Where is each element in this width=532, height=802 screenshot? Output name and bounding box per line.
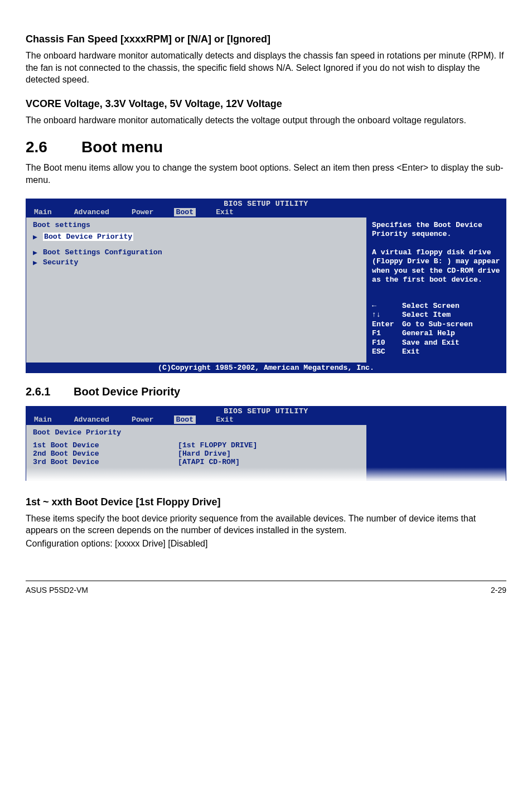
bios1-heading: Boot settings [33, 221, 360, 229]
bios2-dev0-label: 1st Boot Device [33, 441, 178, 450]
subsection-text: Boot Device Priority [74, 385, 180, 398]
bios2-row-3rd[interactable]: 3rd Boot Device [ATAPI CD-ROM] [33, 458, 360, 466]
page-footer: ASUS P5SD2-VM 2-29 [26, 581, 506, 595]
bios1-help1: Specifies the Boot Device Priority seque… [372, 221, 500, 239]
bios2-right-panel [366, 425, 506, 481]
bios1-help2: A virtual floppy disk drive (Floppy Driv… [372, 248, 500, 285]
nav-key-left: ← [372, 302, 402, 311]
bios2-tab-advanced[interactable]: Advanced [72, 416, 112, 424]
bios2-row-2nd[interactable]: 2nd Boot Device [Hard Drive] [33, 450, 360, 458]
bios1-tab-main[interactable]: Main [32, 208, 54, 216]
bios1-tab-boot[interactable]: Boot [174, 208, 196, 216]
nav-key-f10: F10 [372, 339, 402, 348]
vcore-body: The onboard hardware monitor automatical… [26, 114, 506, 127]
bios2-heading: Boot Device Priority [33, 428, 360, 437]
bios1-title: BIOS SETUP UTILITY [26, 199, 506, 208]
nav-label-subscreen: Go to Sub-screen [402, 320, 473, 330]
firstxxth-body2: Configuration options: [xxxxx Drive] [Di… [26, 538, 506, 550]
bios1-item2-label: Security [43, 258, 78, 267]
nav-label-select-screen: Select Screen [402, 302, 460, 311]
bios1-tab-advanced[interactable]: Advanced [72, 208, 112, 216]
bios1-tab-exit[interactable]: Exit [214, 208, 236, 216]
nav-label-select-item: Select Item [402, 311, 451, 320]
arrow-icon: ▶ [33, 258, 43, 267]
bios-setup-box-2: BIOS SETUP UTILITY Main Advanced Power B… [26, 406, 506, 481]
bios1-menubar: Main Advanced Power Boot Exit [26, 208, 506, 218]
boot-menu-body: The Boot menu items allow you to change … [26, 162, 506, 186]
bios1-item1-label: Boot Settings Configuration [43, 248, 162, 257]
bios1-right-panel: Specifies the Boot Device Priority seque… [366, 218, 506, 363]
bios-setup-box-1: BIOS SETUP UTILITY Main Advanced Power B… [26, 199, 506, 373]
bios1-item-boot-priority[interactable]: ▶ Boot Device Priority [33, 233, 360, 241]
nav-label-exit: Exit [402, 347, 420, 357]
bios2-dev1-label: 2nd Boot Device [33, 450, 178, 458]
nav-key-f1: F1 [372, 329, 402, 339]
bios1-item-security[interactable]: ▶ Security [33, 258, 360, 267]
nav-key-enter: Enter [372, 320, 402, 330]
bios1-footer: (C)Copyright 1985-2002, American Megatre… [26, 363, 506, 373]
boot-menu-num: 2.6 [26, 138, 81, 156]
footer-right: 2-29 [491, 586, 506, 595]
chassis-heading: Chassis Fan Speed [xxxxRPM] or [N/A] or … [26, 33, 506, 45]
arrow-icon: ▶ [33, 248, 43, 257]
subsection-num: 2.6.1 [26, 385, 74, 398]
firstxxth-body1: These items specify the boot device prio… [26, 513, 506, 537]
chassis-body: The onboard hardware monitor automatical… [26, 50, 506, 86]
arrow-icon: ▶ [33, 233, 43, 241]
nav-key-esc: ESC [372, 347, 402, 357]
nav-key-updown: ↑↓ [372, 311, 402, 320]
bios1-left-panel: Boot settings ▶ Boot Device Priority ▶ B… [26, 218, 366, 363]
subsection-title: 2.6.1Boot Device Priority [26, 385, 506, 398]
bios2-dev0-value: [1st FLOPPY DRIVE] [178, 441, 257, 450]
bios2-left-panel: Boot Device Priority 1st Boot Device [1s… [26, 425, 366, 481]
bios2-dev2-value: [ATAPI CD-ROM] [178, 458, 240, 466]
bios2-title: BIOS SETUP UTILITY [26, 407, 506, 416]
bios1-item-boot-settings[interactable]: ▶ Boot Settings Configuration [33, 248, 360, 257]
firstxxth-heading: 1st ~ xxth Boot Device [1st Floppy Drive… [26, 496, 506, 508]
bios2-menubar: Main Advanced Power Boot Exit [26, 416, 506, 425]
bios1-tab-power[interactable]: Power [129, 208, 156, 216]
nav-label-help: General Help [402, 329, 455, 339]
bios2-tab-power[interactable]: Power [129, 416, 156, 424]
bios2-tab-exit[interactable]: Exit [214, 416, 236, 424]
bios2-row-1st[interactable]: 1st Boot Device [1st FLOPPY DRIVE] [33, 441, 360, 450]
bios1-nav: ←Select Screen ↑↓Select Item EnterGo to … [372, 302, 500, 357]
boot-menu-text: Boot menu [81, 138, 163, 156]
nav-label-save: Save and Exit [402, 339, 460, 348]
bios2-tab-main[interactable]: Main [32, 416, 54, 424]
vcore-heading: VCORE Voltage, 3.3V Voltage, 5V Voltage,… [26, 98, 506, 110]
bios2-dev1-value: [Hard Drive] [178, 450, 231, 458]
boot-menu-title: 2.6Boot menu [26, 138, 506, 156]
bios2-dev2-label: 3rd Boot Device [33, 458, 178, 466]
bios1-item0-label: Boot Device Priority [43, 233, 133, 241]
footer-left: ASUS P5SD2-VM [26, 586, 88, 595]
bios2-tab-boot[interactable]: Boot [174, 416, 196, 424]
